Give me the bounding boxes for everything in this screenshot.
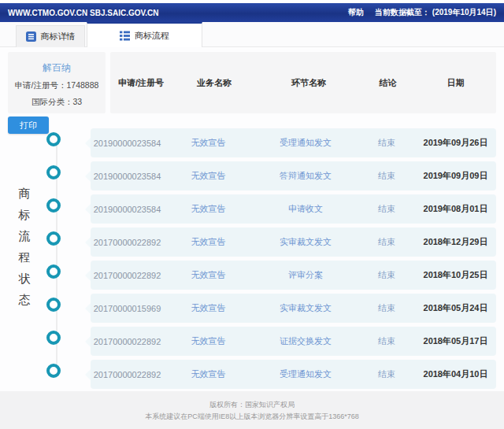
table-row: 20190000023584 无效宣告 答辩通知发文 结束 2019年09月09… xyxy=(0,161,504,190)
cell-reg-no: 20170000022892 xyxy=(91,337,164,346)
cell-reg-no: 20190000023584 xyxy=(91,205,164,214)
cell-date: 2018年10月25日 xyxy=(415,269,496,281)
tab-strip: 商标详情 商标流程 xyxy=(0,22,504,47)
trademark-process-page: WWW.CTMO.GOV.CN SBJ.SAIC.GOV.CN 帮助 当前数据截… xyxy=(0,0,504,429)
main-content: 解百纳 申请/注册号：1748888 国际分类：33 申请/注册号 业务名称 环… xyxy=(0,47,504,391)
process-timeline: 20190000023584 无效宣告 受理通知发文 结束 2019年09月26… xyxy=(0,128,504,393)
process-row-card: 20170000022892 无效宣告 受理通知发文 结束 2018年04月10… xyxy=(91,360,496,389)
cell-conclusion: 结束 xyxy=(358,368,415,380)
cell-step: 受理通知发文 xyxy=(253,368,358,380)
timeline-node-icon xyxy=(46,231,61,246)
cell-date: 2019年09月26日 xyxy=(415,137,496,149)
table-header-row: 申请/注册号 业务名称 环节名称 结论 日期 xyxy=(110,52,496,113)
details-document-icon xyxy=(26,31,36,42)
tab-label: 商标流程 xyxy=(135,30,169,42)
table-row: 20170000022892 无效宣告 受理通知发文 结束 2018年04月10… xyxy=(0,360,504,389)
cell-business: 无效宣告 xyxy=(164,335,253,347)
help-link[interactable]: 帮助 xyxy=(348,7,364,18)
timeline-node-icon xyxy=(46,198,61,213)
trademark-info-card: 解百纳 申请/注册号：1748888 国际分类：33 xyxy=(8,52,106,113)
cell-date: 2018年05月24日 xyxy=(415,302,496,314)
cell-step: 受理通知发文 xyxy=(253,137,358,149)
table-row: 20170000022892 无效宣告 证据交换发文 结束 2018年05月17… xyxy=(0,327,504,356)
tab-label: 商标详情 xyxy=(41,31,76,43)
cell-date: 2019年09月09日 xyxy=(415,170,496,182)
footer-browser-notice: 本系统建议在PC端使用IE8以上版本浏览器分辨率设置高于1366*768 xyxy=(0,411,504,423)
table-row: 20190000023584 无效宣告 受理通知发文 结束 2019年09月26… xyxy=(0,128,504,157)
column-header-reg-no: 申请/注册号 xyxy=(110,77,172,89)
process-row-card: 20170000022892 无效宣告 实审裁文发文 结束 2018年12月29… xyxy=(91,227,496,257)
cell-conclusion: 结束 xyxy=(358,203,415,215)
table-row: 20170000015969 无效宣告 实审裁文发文 结束 2018年05月24… xyxy=(0,294,504,323)
cell-conclusion: 结束 xyxy=(358,236,415,248)
process-row-card: 20170000022892 无效宣告 评审分案 结束 2018年10月25日 xyxy=(91,261,496,290)
footer-copyright: 版权所有：国家知识产权局 xyxy=(0,399,504,411)
cell-reg-no: 20170000022892 xyxy=(91,370,164,379)
cell-reg-no: 20190000023584 xyxy=(91,172,164,181)
cell-step: 评审分案 xyxy=(253,269,358,281)
process-row-card: 20190000023584 无效宣告 申请收文 结束 2019年08月01日 xyxy=(91,194,496,224)
cell-date: 2018年04月10日 xyxy=(415,368,496,380)
process-row-card: 20190000023584 无效宣告 受理通知发文 结束 2019年09月26… xyxy=(91,128,496,157)
tab-trademark-details[interactable]: 商标详情 xyxy=(16,25,85,47)
trademark-reg-no: 申请/注册号：1748888 xyxy=(8,80,106,91)
cell-business: 无效宣告 xyxy=(164,170,253,182)
table-row: 20170000022892 无效宣告 评审分案 结束 2018年10月25日 xyxy=(0,261,504,290)
cell-step: 实审裁文发文 xyxy=(253,236,358,248)
column-header-step: 环节名称 xyxy=(257,77,361,89)
column-header-date: 日期 xyxy=(415,77,496,89)
cell-date: 2019年08月01日 xyxy=(415,203,496,215)
cell-reg-no: 20190000023584 xyxy=(91,139,164,148)
cell-step: 证据交换发文 xyxy=(253,335,358,347)
cell-conclusion: 结束 xyxy=(358,335,415,347)
cell-business: 无效宣告 xyxy=(164,302,253,314)
process-row-card: 20170000022892 无效宣告 证据交换发文 结束 2018年05月17… xyxy=(91,327,496,356)
timeline-node-icon xyxy=(46,165,61,179)
cell-conclusion: 结束 xyxy=(358,137,415,149)
cell-business: 无效宣告 xyxy=(164,203,253,215)
trademark-name: 解百纳 xyxy=(8,61,106,75)
timeline-node-icon xyxy=(46,331,61,345)
cell-step: 申请收文 xyxy=(253,203,358,215)
table-row: 20170000022892 无效宣告 实审裁文发文 结束 2018年12月29… xyxy=(0,227,504,257)
page-footer: 版权所有：国家知识产权局 本系统建议在PC端使用IE8以上版本浏览器分辨率设置高… xyxy=(0,391,504,429)
timeline-node-icon xyxy=(46,264,61,279)
process-list-icon xyxy=(120,31,130,41)
site-domains: WWW.CTMO.GOV.CN SBJ.SAIC.GOV.CN xyxy=(8,9,159,17)
cell-step: 实审裁文发文 xyxy=(253,302,358,314)
tab-trademark-process[interactable]: 商标流程 xyxy=(87,22,202,47)
cell-step: 答辩通知发文 xyxy=(253,170,358,182)
cell-conclusion: 结束 xyxy=(358,170,415,182)
cell-business: 无效宣告 xyxy=(164,368,253,380)
column-header-business: 业务名称 xyxy=(172,77,257,89)
timeline-node-icon xyxy=(46,298,61,312)
column-header-conclusion: 结论 xyxy=(361,77,415,89)
cell-date: 2018年12月29日 xyxy=(415,236,496,248)
timeline-node-icon xyxy=(46,364,61,378)
cell-reg-no: 20170000022892 xyxy=(91,238,164,247)
table-row: 20190000023584 无效宣告 申请收文 结束 2019年08月01日 xyxy=(0,194,504,224)
cell-date: 2018年05月17日 xyxy=(415,335,496,347)
cell-reg-no: 20170000015969 xyxy=(91,304,164,313)
cell-conclusion: 结束 xyxy=(358,269,415,281)
cell-conclusion: 结束 xyxy=(358,302,415,314)
top-bar: WWW.CTMO.GOV.CN SBJ.SAIC.GOV.CN 帮助 当前数据截… xyxy=(0,3,504,22)
cell-reg-no: 20170000022892 xyxy=(91,271,164,280)
trademark-intl-class: 国际分类：33 xyxy=(8,97,106,108)
process-row-card: 20190000023584 无效宣告 答辩通知发文 结束 2019年09月09… xyxy=(91,161,496,190)
cell-business: 无效宣告 xyxy=(164,137,253,149)
process-row-card: 20170000015969 无效宣告 实审裁文发文 结束 2018年05月24… xyxy=(91,294,496,323)
cell-business: 无效宣告 xyxy=(164,236,253,248)
timeline-node-icon xyxy=(46,132,61,146)
data-cutoff-label: 当前数据截至： (2019年10月14日) xyxy=(375,7,496,18)
cell-business: 无效宣告 xyxy=(164,269,253,281)
